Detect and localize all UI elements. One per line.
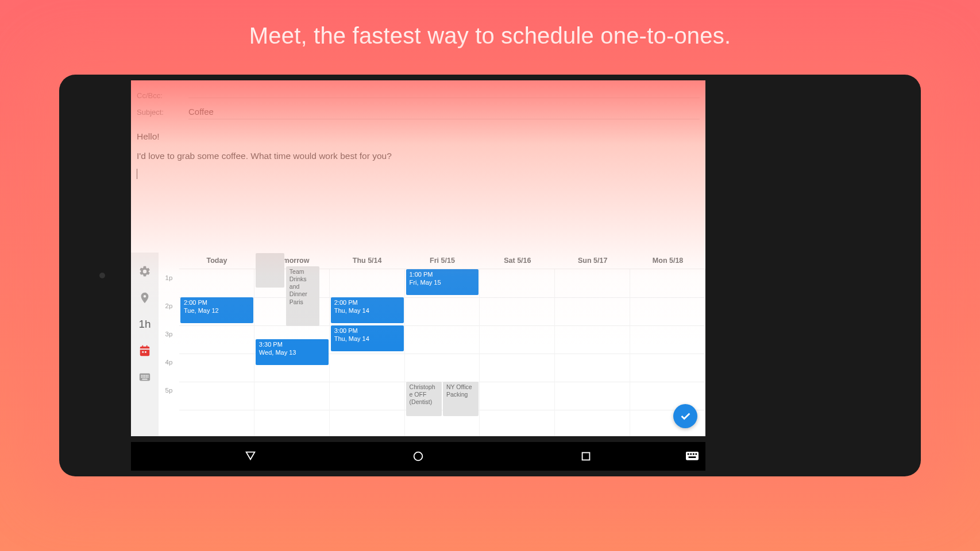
body-line: I'd love to grab some coffee. What time … [137,149,700,163]
day-header[interactable]: Today [179,257,254,265]
busy-event-ny-office[interactable]: NY Office Packing [443,382,479,416]
keyboard-icon[interactable] [138,371,151,383]
event-title: Team Drinks and Dinner Paris [290,268,307,305]
recent-apps-icon[interactable] [580,450,592,463]
slot-date: Thu, May 14 [334,307,400,315]
confirm-button[interactable] [673,404,697,428]
marketing-title: Meet, the fastest way to schedule one-to… [0,23,980,49]
duration-label[interactable]: 1h [138,318,151,331]
check-icon [679,410,692,422]
hour-label: 5p [159,386,179,414]
time-slot[interactable]: 2:00 PM Tue, May 12 [180,297,253,323]
home-icon[interactable] [412,450,425,463]
cc-input[interactable] [188,93,700,98]
svg-rect-6 [695,453,697,455]
svg-rect-5 [693,453,695,455]
slot-time: 3:30 PM [259,341,325,349]
time-gutter: 1p 2p 3p 4p 5p [159,269,179,436]
slot-time: 3:00 PM [334,327,400,335]
day-columns: Team Drinks and Dinner Paris 2:00 PM Tue… [179,269,705,436]
svg-rect-4 [690,453,692,455]
slot-time: 1:00 PM [410,271,476,279]
text-cursor [137,169,137,179]
email-body[interactable]: Hello! I'd love to grab some coffee. Wha… [137,130,700,179]
compose-area: Cc/Bcc: Subject: Coffee Hello! I'd love … [131,80,705,179]
time-slot[interactable]: 1:00 PM Fri, May 15 [406,269,479,295]
location-pin-icon[interactable] [138,292,151,304]
event-title: Christophe OFF (Dentist) [410,383,435,405]
slot-date: Tue, May 12 [184,307,250,315]
slot-date: Wed, May 13 [259,349,325,357]
tool-rail: 1h [131,253,159,436]
tablet-frame: Cc/Bcc: Subject: Coffee Hello! I'd love … [59,75,921,476]
day-header[interactable]: Sun 5/17 [555,257,630,265]
svg-rect-1 [582,453,590,460]
subject-input[interactable]: Coffee [188,104,700,119]
subject-row: Subject: Coffee [137,102,700,122]
svg-point-0 [414,452,423,461]
time-slot[interactable]: 3:00 PM Thu, May 14 [331,325,404,351]
busy-event[interactable] [256,253,284,288]
slot-date: Thu, May 14 [334,335,400,343]
hour-label: 3p [159,329,179,358]
app-screen: Cc/Bcc: Subject: Coffee Hello! I'd love … [131,80,705,436]
hour-label: 4p [159,358,179,386]
svg-rect-2 [686,452,699,460]
day-header[interactable]: Sat 5/16 [480,257,555,265]
busy-event-team-drinks[interactable]: Team Drinks and Dinner Paris [286,266,319,326]
day-header[interactable]: Fri 5/15 [405,257,480,265]
svg-rect-7 [689,456,696,458]
event-title: NY Office Packing [446,383,472,398]
back-icon[interactable] [244,450,257,463]
cc-label: Cc/Bcc: [137,91,188,100]
android-nav-bar [131,442,705,471]
calendar-picker: 1h Today Tomorrow Thu 5/14 Fri 5/15 Sat … [131,253,705,436]
slot-time: 2:00 PM [184,299,250,307]
gear-icon[interactable] [138,265,151,278]
hour-label: 2p [159,301,179,329]
time-slot[interactable]: 3:30 PM Wed, May 13 [256,339,329,365]
keyboard-indicator-icon[interactable] [686,452,699,461]
time-slot[interactable]: 2:00 PM Thu, May 14 [331,297,404,323]
subject-label: Subject: [137,108,188,117]
day-header[interactable]: Thu 5/14 [330,257,405,265]
calendar-icon[interactable] [138,344,151,357]
hour-label: 1p [159,273,179,301]
cc-row: Cc/Bcc: [137,89,700,102]
body-line: Hello! [137,130,700,143]
calendar-grid: Today Tomorrow Thu 5/14 Fri 5/15 Sat 5/1… [159,253,705,436]
grid-body[interactable]: 1p 2p 3p 4p 5p [159,269,705,436]
day-header-row: Today Tomorrow Thu 5/14 Fri 5/15 Sat 5/1… [159,253,705,269]
slot-time: 2:00 PM [334,299,400,307]
svg-rect-3 [688,453,689,455]
slot-date: Fri, May 15 [410,279,476,287]
day-header[interactable]: Mon 5/18 [630,257,705,265]
busy-event-christophe[interactable]: Christophe OFF (Dentist) [406,382,442,416]
